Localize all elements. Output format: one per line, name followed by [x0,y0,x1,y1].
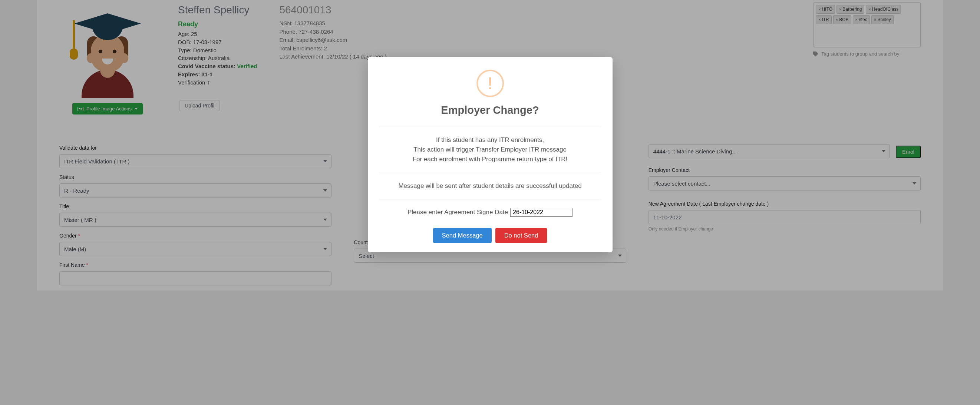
warning-icon: ! [476,70,504,97]
modal-title: Employer Change? [379,102,601,119]
modal-line-3: For each enrolment with Programme return… [379,154,601,164]
modal-line-2: This action will trigger Transfer Employ… [379,145,601,154]
agreement-date-prompt: Please enter Agreement Signe Date [407,208,508,217]
agreement-signed-date-input[interactable] [510,208,573,217]
modal-overlay: ! Employer Change? If this student has a… [0,0,980,291]
modal-line-4: Message will be sent after student detai… [379,181,601,191]
employer-change-modal: ! Employer Change? If this student has a… [368,57,612,253]
modal-line-1: If this student has any ITR enrolments, [379,135,601,145]
send-message-button[interactable]: Send Message [433,228,492,243]
do-not-send-button[interactable]: Do not Send [495,228,547,243]
